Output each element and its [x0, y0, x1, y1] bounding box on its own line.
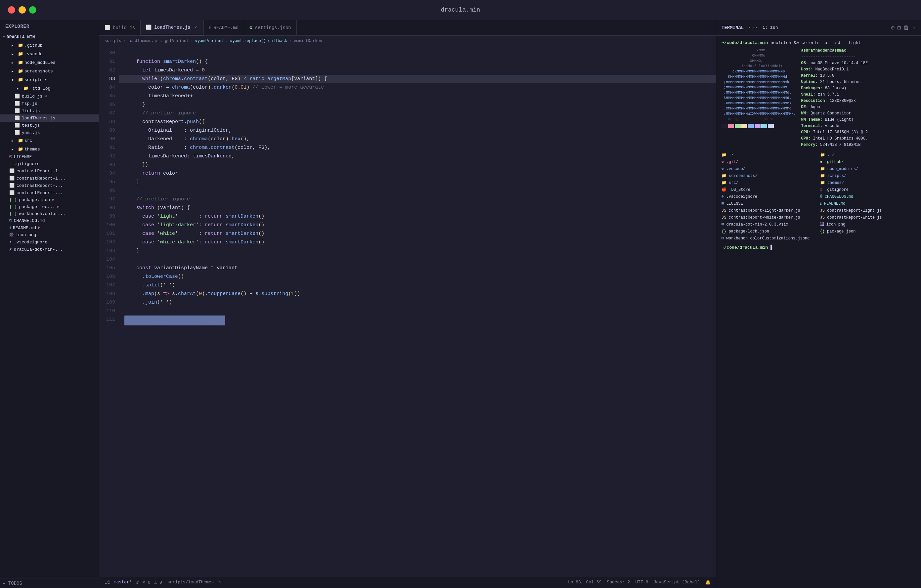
- code-line-109: .join(' '): [119, 298, 716, 307]
- sidebar-item-scripts[interactable]: ▾ 📁 scripts ●: [0, 75, 99, 84]
- sidebar-item-testjs[interactable]: ⬜ test.js: [0, 122, 99, 129]
- sidebar-item-vsix[interactable]: ✗ dracula-dot-min-...: [0, 246, 99, 253]
- js-icon: ⬜: [9, 190, 15, 195]
- breadcrumb-loadthemes[interactable]: loadThemes.js: [128, 39, 159, 43]
- sidebar-item-changelog[interactable]: © CHANGELOG.md: [0, 217, 99, 224]
- sidebar-label-changelog: CHANGELOG.md: [14, 218, 45, 223]
- sidebar-item-buildjs[interactable]: ⬜ build.js M: [0, 93, 99, 100]
- sidebar-label-contrast2: contrastReport-l...: [16, 176, 65, 181]
- tab-loadthemes[interactable]: ⬜ loadThemes.js ✕: [141, 20, 204, 36]
- language[interactable]: JavaScript (Babel): [654, 580, 700, 585]
- sidebar-label-packageloc: package-loc...: [19, 205, 55, 210]
- sidebar-item-yamljs[interactable]: ⬜ yaml.js: [0, 129, 99, 136]
- sidebar-project-root[interactable]: ▾ DRACULA.MIN: [0, 33, 99, 41]
- bell-icon: 🔔: [705, 580, 711, 585]
- terminal-more-icon[interactable]: ···: [748, 24, 758, 31]
- breadcrumb-yamlvariant[interactable]: ⊙yamlVariant: [195, 38, 224, 43]
- terminal-add-icon[interactable]: ⊕: [891, 24, 895, 31]
- code-line-90: Darkened : chroma(color).hex(),: [119, 135, 716, 143]
- sidebar-item-contrast3[interactable]: ⬜ contrastReport-...: [0, 182, 99, 189]
- sidebar-item-license[interactable]: ® LICENSE: [0, 153, 99, 161]
- breadcrumb-scripts[interactable]: scripts: [104, 39, 121, 43]
- sidebar-item-ttdlog[interactable]: ▸ 📁 _ttd_log_: [0, 84, 99, 93]
- sync-icon[interactable]: ↺: [136, 580, 138, 585]
- sidebar-item-contrast4[interactable]: ⬜ contrastReport-...: [0, 189, 99, 197]
- breadcrumb-getvariant[interactable]: getVariant: [165, 39, 189, 43]
- close-button[interactable]: [8, 6, 15, 13]
- sidebar-item-vscode[interactable]: ▸ 📁 .vscode: [0, 50, 99, 58]
- breadcrumb-smartdarken[interactable]: ⊙smartDarken: [293, 38, 322, 43]
- terminal-tab-label[interactable]: 1: zsh: [763, 25, 778, 30]
- tab-close-button[interactable]: ✕: [193, 25, 198, 30]
- line-col[interactable]: Ln 83, Col 69: [568, 580, 601, 585]
- sidebar-label-lintjs: lint.js: [22, 109, 40, 114]
- sidebar-item-packageloc[interactable]: { } package-loc... M: [0, 203, 99, 210]
- code-line-105: const variantDisplayName = variant: [119, 264, 716, 273]
- terminal-collapse-icon[interactable]: ›: [912, 24, 916, 31]
- sidebar-item-node-modules[interactable]: ▸ 📁 node_modules: [0, 58, 99, 67]
- sidebar-item-contrast2[interactable]: ⬜ contrastReport-l...: [0, 175, 99, 182]
- sidebar-item-fspjs[interactable]: ⬜ fsp.js: [0, 100, 99, 107]
- tab-buildjs-label: build.js: [113, 25, 135, 31]
- system-info: ashrafhadden@ashmac --------------------…: [801, 48, 868, 148]
- breadcrumb-yamlreplace[interactable]: ⊙yaml.replace() callback: [230, 38, 287, 43]
- ln-95: 95: [99, 178, 115, 187]
- terminal-split-icon[interactable]: ⊟: [897, 24, 901, 31]
- spaces[interactable]: Spaces: 2: [607, 580, 630, 585]
- sidebar-item-workbench[interactable]: { } workbench.color...: [0, 210, 99, 217]
- tab-buildjs[interactable]: ⬜ build.js: [99, 20, 141, 36]
- maximize-button[interactable]: [29, 6, 36, 13]
- code-line-111: /// Generate contrastReports: [119, 315, 716, 325]
- sidebar-item-src[interactable]: ▸ 📁 src: [0, 136, 99, 145]
- ln-83: 83: [99, 75, 115, 83]
- code-line-101: case 'white' : return smartDarken(): [119, 229, 716, 238]
- ln-96: 96: [99, 187, 115, 195]
- sidebar-item-themes[interactable]: ▸ 📁 themes: [0, 145, 99, 153]
- sidebar-label-contrast1: contrastReport-l...: [16, 169, 65, 174]
- sidebar-item-packagejson[interactable]: { } package.json M: [0, 197, 99, 203]
- code-editor[interactable]: 80 81 82 83 84 85 86 87 88 89 90 91 92 9…: [99, 46, 716, 576]
- sidebar-label-loadthemes: loadThemes.js: [22, 116, 55, 121]
- sidebar-item-readme[interactable]: ℹ README.md M: [0, 224, 99, 232]
- todos-section[interactable]: ▸ TODOS: [0, 578, 99, 588]
- ln-91: 91: [99, 143, 115, 152]
- sidebar-item-github[interactable]: ▸ 📁 .github: [0, 41, 99, 50]
- list-item: JS contrastReport-light.js: [820, 208, 916, 214]
- breadcrumb-sep3: ›: [190, 39, 193, 43]
- list-item: JS contrastReport-white.js: [820, 214, 916, 221]
- sidebar-item-iconpng[interactable]: 🖼 icon.png: [0, 232, 99, 239]
- sidebar-item-gitignore[interactable]: ◦ .gitignore: [0, 161, 99, 167]
- code-content[interactable]: function smartDarken() { let timesDarken…: [119, 46, 716, 576]
- list-item: ⊙ .vscodeignore: [721, 194, 817, 200]
- minimize-button[interactable]: [18, 6, 26, 13]
- sidebar-item-loadthemes[interactable]: ⬜ loadThemes.js: [0, 114, 99, 122]
- terminal-trash-icon[interactable]: 🗑: [903, 24, 910, 31]
- sidebar-item-vscodeignore[interactable]: ✗ .vscodeignore: [0, 239, 99, 246]
- tab-readme[interactable]: ℹ README.md: [204, 20, 244, 36]
- chevron-right-icon: ▸: [9, 50, 16, 57]
- terminal-content[interactable]: ~/code/dracula.min neofetch && colorls -…: [716, 36, 921, 588]
- json-icon: { }: [9, 211, 17, 216]
- packagejson-badge: M: [52, 198, 54, 202]
- code-line-96: [119, 187, 716, 195]
- sidebar-item-screenshots[interactable]: ▸ 📁 screenshots: [0, 67, 99, 75]
- js-icon: ⬜: [9, 175, 15, 181]
- sidebar-label-contrast3: contrastReport-...: [16, 183, 63, 188]
- branch-name[interactable]: master*: [114, 580, 132, 585]
- ln-88: 88: [99, 118, 115, 126]
- sidebar-item-contrast1[interactable]: ⬜ contrastReport-l...: [0, 167, 99, 175]
- list-item: ⊟ workbench.colorCustomizations.jsonc: [721, 236, 817, 242]
- sidebar-label-src: src: [24, 138, 32, 143]
- sidebar-item-lintjs[interactable]: ⬜ lint.js: [0, 107, 99, 114]
- list-item: ⊙ .gitignore: [820, 187, 916, 193]
- ln-110: 110: [99, 307, 115, 315]
- tab-settings[interactable]: ⚙ settings.json: [244, 20, 297, 36]
- code-line-84: color = chroma(color).darken(0.01) // lo…: [119, 83, 716, 92]
- code-line-108: .map(s => s.charAt(0).toUpperCase() + s.…: [119, 290, 716, 298]
- code-line-98: switch (variant) {: [119, 204, 716, 212]
- list-item: 📁 ../: [820, 152, 916, 158]
- encoding[interactable]: UTF-8: [636, 580, 648, 585]
- chevron-right-icon: ▸: [3, 581, 5, 586]
- code-line-94: return color: [119, 169, 716, 178]
- project-name: DRACULA.MIN: [7, 35, 35, 40]
